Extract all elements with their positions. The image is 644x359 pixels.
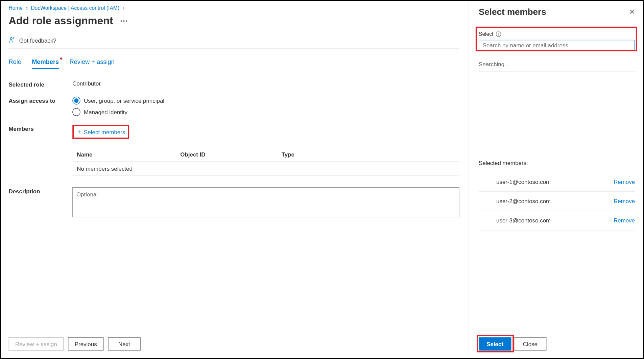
wizard-bottom-bar: Review + assign Previous Next — [8, 331, 459, 351]
feedback-label: Got feedback? — [19, 37, 56, 44]
breadcrumb-home[interactable]: Home — [8, 5, 23, 11]
more-actions-icon[interactable]: ··· — [120, 16, 128, 25]
next-button[interactable]: Next — [108, 337, 140, 351]
chevron-right-icon: › — [123, 5, 124, 11]
panel-bottom-bar: Select Close — [469, 331, 644, 357]
col-header-type: Type — [282, 151, 455, 158]
search-input[interactable] — [479, 40, 635, 50]
tabs: Role Members Review + assign — [8, 58, 459, 69]
review-assign-button[interactable]: Review + assign — [8, 337, 64, 351]
radio-icon-checked — [72, 97, 80, 104]
selected-members-label: Selected members: — [479, 160, 635, 166]
info-icon[interactable]: i — [496, 31, 501, 37]
tab-members-label: Members — [32, 58, 59, 66]
close-button[interactable]: Close — [514, 337, 546, 351]
selected-role-label: Selected role — [8, 80, 72, 88]
col-header-object-id: Object ID — [180, 151, 281, 158]
description-label: Description — [8, 187, 72, 217]
members-table-header: Name Object ID Type — [72, 148, 459, 162]
col-header-name: Name — [77, 151, 180, 158]
select-members-panel: Select members ✕ Select i Searching... S… — [469, 1, 644, 357]
main-content: Home › DocWorkspace | Access control (IA… — [1, 1, 467, 357]
breadcrumb: Home › DocWorkspace | Access control (IA… — [8, 1, 459, 11]
select-label: Select — [479, 31, 493, 37]
page-title: Add role assignment — [8, 15, 113, 27]
close-icon[interactable]: ✕ — [629, 8, 635, 16]
chevron-right-icon: › — [26, 5, 28, 11]
tab-review-assign[interactable]: Review + assign — [69, 58, 114, 69]
select-members-link[interactable]: ＋ Select members — [72, 125, 129, 139]
feedback-person-icon — [8, 37, 16, 44]
tab-members[interactable]: Members — [32, 58, 59, 69]
selected-member-item: user-2@contoso.com Remove — [479, 192, 635, 211]
searching-status: Searching... — [479, 61, 635, 71]
panel-title: Select members — [479, 7, 546, 17]
selected-role-value: Contributor — [72, 80, 459, 87]
selected-member-email: user-2@contoso.com — [496, 198, 551, 205]
remove-member-link[interactable]: Remove — [614, 178, 635, 185]
plus-icon: ＋ — [76, 128, 82, 136]
remove-member-link[interactable]: Remove — [614, 198, 635, 205]
tab-members-indicator — [60, 57, 63, 60]
members-label: Members — [8, 125, 72, 132]
feedback-link[interactable]: Got feedback? — [8, 37, 459, 49]
radio-icon-unchecked — [72, 108, 80, 116]
assign-access-label: Assign access to — [8, 97, 72, 104]
selected-member-email: user-3@contoso.com — [496, 217, 551, 224]
svg-point-0 — [10, 38, 12, 40]
radio-user-label: User, group, or service principal — [84, 97, 164, 104]
select-button[interactable]: Select — [479, 337, 511, 351]
select-members-link-label: Select members — [84, 128, 125, 135]
selected-members-list: user-1@contoso.com Remove user-2@contoso… — [479, 172, 635, 231]
radio-user-group-sp[interactable]: User, group, or service principal — [72, 97, 459, 104]
selected-member-item: user-3@contoso.com Remove — [479, 211, 635, 230]
radio-managed-label: Managed identity — [84, 109, 127, 116]
selected-member-email: user-1@contoso.com — [496, 178, 551, 185]
radio-managed-identity[interactable]: Managed identity — [72, 108, 459, 116]
description-input[interactable] — [72, 187, 459, 217]
previous-button[interactable]: Previous — [68, 337, 103, 351]
remove-member-link[interactable]: Remove — [614, 217, 635, 224]
breadcrumb-workspace[interactable]: DocWorkspace | Access control (IAM) — [31, 5, 119, 11]
selected-member-item: user-1@contoso.com Remove — [479, 172, 635, 192]
members-table-empty: No members selected — [72, 162, 459, 176]
tab-role[interactable]: Role — [8, 58, 21, 69]
